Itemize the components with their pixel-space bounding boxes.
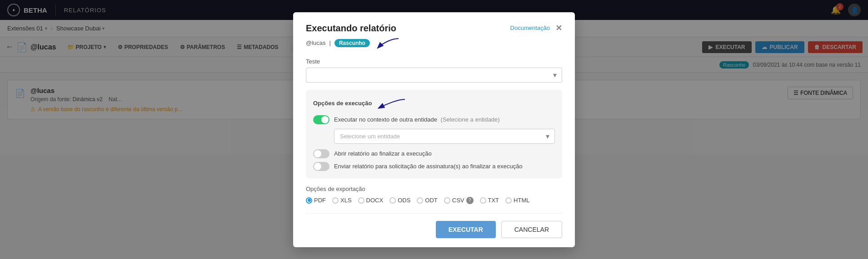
modal-header: Executando relatório Documentação ✕ [306, 23, 562, 34]
modal-badge: Rascunho [334, 39, 370, 47]
modal: Executando relatório Documentação ✕ @luc… [293, 12, 575, 155]
toggle2-row: Abrir relatório ao finalizar a execução [313, 149, 555, 155]
modal-title: Executando relatório [306, 23, 396, 34]
toggle1[interactable] [313, 115, 329, 124]
close-icon[interactable]: ✕ [555, 23, 562, 33]
exec-options-section: Opções de execução Executar n [306, 90, 562, 155]
modal-user: @lucas [306, 39, 326, 46]
exec-options-label: Opções de execução [313, 100, 372, 107]
toggle1-sublabel: (Selecione a entidade) [441, 116, 500, 123]
test-select[interactable] [306, 68, 562, 83]
modal-overlay[interactable]: Executando relatório Documentação ✕ @luc… [0, 0, 868, 154]
entity-select[interactable]: Selecione um entidade [334, 129, 555, 144]
toggle2-label: Abrir relatório ao finalizar a execução [334, 150, 432, 154]
modal-meta: @lucas | Rascunho [306, 36, 562, 50]
doc-link[interactable]: Documentação [510, 24, 550, 31]
toggle2[interactable] [313, 149, 329, 155]
toggle1-row: Executar no contexto de outra entidade (… [313, 115, 555, 124]
modal-header-right: Documentação ✕ [510, 23, 562, 33]
modal-separator: | [329, 39, 331, 46]
toggle2-thumb [314, 150, 321, 155]
toggle1-label: Executar no contexto de outra entidade (… [334, 116, 500, 123]
toggle1-thumb [321, 116, 329, 123]
exec-options-title: Opções de execução [313, 97, 555, 110]
entity-select-wrapper: Selecione um entidade ▾ [334, 129, 555, 144]
badge-arrow [374, 36, 401, 50]
test-label: Teste [306, 58, 562, 65]
exec-options-arrow [375, 97, 407, 110]
test-form-group: Teste ▾ [306, 58, 562, 83]
test-select-wrapper: ▾ [306, 68, 562, 83]
